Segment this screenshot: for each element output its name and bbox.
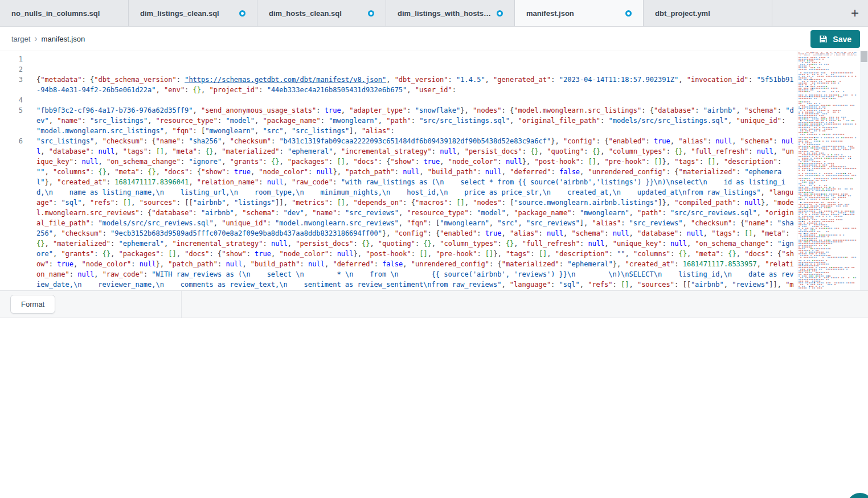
- tab-no-nulls-in-columns[interactable]: no_nulls_in_columns.sql: [0, 0, 129, 26]
- tab-dim-listings-clean[interactable]: dim_listings_clean.sql: [129, 0, 257, 26]
- new-tab-button[interactable]: +: [842, 0, 868, 26]
- file-header-bar: target › manifest.json Save: [0, 27, 868, 51]
- results-toolbar: Format: [0, 290, 868, 318]
- line-number: 4: [0, 95, 36, 105]
- code-line-text[interactable]: [36, 54, 797, 64]
- vertical-scrollbar[interactable]: [860, 51, 868, 290]
- editor-tab-bar: no_nulls_in_columns.sql dim_listings_cle…: [0, 0, 868, 27]
- save-floppy-icon: [819, 35, 828, 43]
- minimap-canvas[interactable]: [797, 51, 860, 290]
- format-button[interactable]: Format: [10, 295, 55, 314]
- tab-label: dim_listings_with_hosts.sql: [398, 9, 491, 18]
- save-button-label: Save: [833, 35, 851, 44]
- tab-manifest-json[interactable]: manifest.json: [515, 0, 644, 26]
- breadcrumb-folder[interactable]: target: [11, 35, 30, 43]
- code-line-text[interactable]: "fbb9f3c2-cf96-4a17-b736-976a62d35ff9", …: [36, 105, 797, 136]
- tab-dim-hosts-clean[interactable]: dim_hosts_clean.sql: [257, 0, 386, 26]
- line-number: 6: [0, 136, 36, 290]
- code-line[interactable]: 3{"metadata": {"dbt_schema_version": "ht…: [0, 75, 797, 95]
- breadcrumb-file: manifest.json: [42, 35, 85, 43]
- plus-icon: +: [851, 5, 859, 21]
- code-line-text[interactable]: [36, 95, 797, 105]
- tab-dim-listings-with-hosts[interactable]: dim_listings_with_hosts.sql: [386, 0, 515, 26]
- line-number: 1: [0, 54, 36, 64]
- line-number: 5: [0, 105, 36, 136]
- code-line-text[interactable]: {"metadata": {"dbt_schema_version": "htt…: [36, 75, 797, 95]
- tab-dbt-project-yml[interactable]: dbt_project.yml: [644, 0, 772, 26]
- tab-label: dim_hosts_clean.sql: [269, 9, 342, 18]
- code-line[interactable]: 5"fbb9f3c2-cf96-4a17-b736-976a62d35ff9",…: [0, 105, 797, 136]
- line-number: 3: [0, 75, 36, 95]
- line-number: 2: [0, 64, 36, 75]
- code-line[interactable]: 4: [0, 95, 797, 105]
- save-button[interactable]: Save: [810, 30, 860, 48]
- results-panel: [0, 318, 868, 498]
- code-line[interactable]: 2: [0, 64, 797, 75]
- panel-divider: [181, 291, 182, 318]
- tab-label: manifest.json: [526, 9, 574, 18]
- unsaved-changes-dot-icon[interactable]: [497, 10, 503, 17]
- unsaved-changes-dot-icon[interactable]: [625, 10, 632, 17]
- code-line-text[interactable]: "src_listings", "checksum": {"name": "sh…: [36, 136, 797, 290]
- tab-label: dbt_project.yml: [655, 9, 710, 18]
- code-lines[interactable]: 123{"metadata": {"dbt_schema_version": "…: [0, 51, 797, 290]
- scrollbar-thumb[interactable]: [861, 51, 867, 62]
- code-line-text[interactable]: [36, 64, 797, 75]
- unsaved-changes-dot-icon[interactable]: [368, 10, 374, 17]
- minimap[interactable]: [797, 51, 860, 290]
- code-line[interactable]: 1: [0, 54, 797, 64]
- tab-label: dim_listings_clean.sql: [140, 9, 219, 18]
- code-line[interactable]: 6"src_listings", "checksum": {"name": "s…: [0, 136, 797, 290]
- chevron-right-icon: ›: [30, 34, 41, 43]
- unsaved-changes-dot-icon[interactable]: [239, 10, 245, 17]
- tab-label: no_nulls_in_columns.sql: [11, 9, 100, 18]
- code-editor[interactable]: 123{"metadata": {"dbt_schema_version": "…: [0, 51, 868, 290]
